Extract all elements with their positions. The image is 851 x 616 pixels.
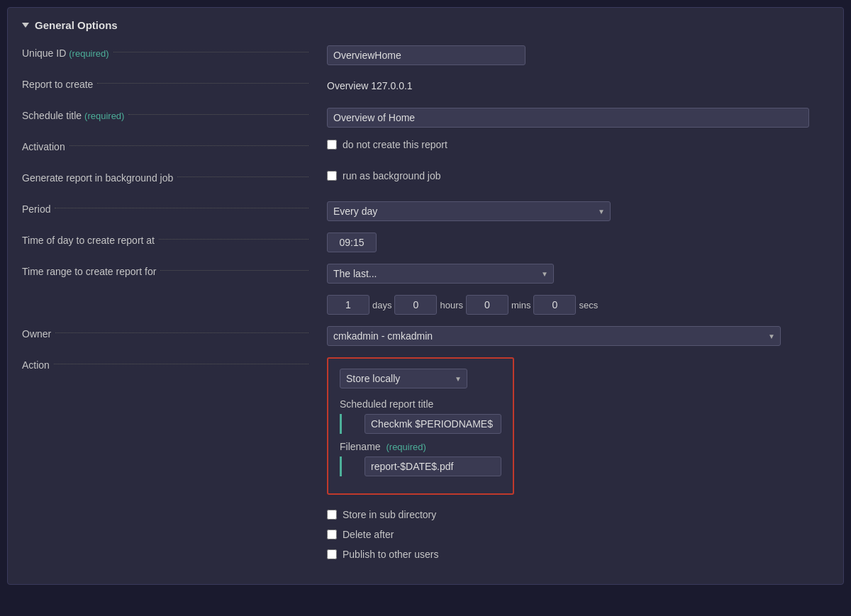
hours-input[interactable] xyxy=(394,295,437,315)
publish-to-other-users-label: Publish to other users xyxy=(343,549,438,560)
background-job-checkbox[interactable] xyxy=(327,171,337,181)
report-to-create-label-col: Report to create xyxy=(22,75,327,90)
action-select[interactable]: Store locally Email FTP xyxy=(340,369,467,388)
secs-input[interactable] xyxy=(533,295,576,315)
activation-dots xyxy=(69,145,308,146)
period-select[interactable]: Every day Every week Every month Every y… xyxy=(327,201,611,221)
report-to-create-label: Report to create xyxy=(22,79,93,90)
scheduled-report-title-row: Scheduled report title xyxy=(340,398,501,434)
background-job-row: Generate report in background job run as… xyxy=(22,169,829,190)
action-label-col: Action xyxy=(22,356,327,371)
unique-id-label: Unique ID xyxy=(22,47,66,59)
schedule-title-row: Schedule title (required) xyxy=(22,106,829,128)
panel-header: General Options xyxy=(22,19,829,31)
schedule-title-value-col xyxy=(327,106,829,128)
delete-after-row: Delete after xyxy=(327,529,438,540)
report-to-create-value: Overview 127.0.0.1 xyxy=(327,77,413,91)
activation-value-col: do not create this report xyxy=(327,138,829,150)
collapse-icon[interactable] xyxy=(22,23,29,28)
filename-label: Filename xyxy=(340,441,381,452)
unique-id-input[interactable] xyxy=(327,45,525,65)
time-of-day-value-col xyxy=(327,231,829,252)
unique-id-value-col xyxy=(327,44,829,65)
time-range-select[interactable]: The last... Fixed time range Today This … xyxy=(327,264,554,284)
owner-select[interactable]: cmkadmin - cmkadmin xyxy=(327,326,781,346)
owner-select-wrapper: cmkadmin - cmkadmin xyxy=(327,326,781,346)
filename-input[interactable] xyxy=(365,457,501,476)
period-dots xyxy=(55,208,308,208)
schedule-title-input[interactable] xyxy=(327,108,809,128)
owner-label: Owner xyxy=(22,328,51,340)
time-range-label: Time range to create report for xyxy=(22,266,156,277)
background-job-checkbox-row: run as background job xyxy=(327,170,441,181)
scheduled-report-title-input-wrap xyxy=(340,414,501,434)
action-dropdown-row: Store locally Email FTP xyxy=(340,369,501,388)
schedule-title-required: (required) xyxy=(84,111,124,121)
unique-id-row: Unique ID (required) xyxy=(22,44,829,65)
background-job-dots xyxy=(177,177,308,177)
action-select-wrapper: Store locally Email FTP xyxy=(340,369,467,388)
store-in-sub-directory-checkbox[interactable] xyxy=(327,510,337,520)
publish-to-other-users-checkbox[interactable] xyxy=(327,549,337,559)
action-row: Action Store locally Email FTP xyxy=(22,356,829,560)
scheduled-report-title-input[interactable] xyxy=(365,414,501,434)
background-job-value-col: run as background job xyxy=(327,169,829,181)
delete-after-label: Delete after xyxy=(343,529,394,540)
period-row: Period Every day Every week Every month … xyxy=(22,200,829,221)
time-range-dots xyxy=(160,270,308,271)
report-to-create-value-col: Overview 127.0.0.1 xyxy=(327,75,829,91)
mins-input[interactable] xyxy=(466,295,508,315)
time-range-value-col: The last... Fixed time range Today This … xyxy=(327,262,829,315)
publish-to-other-users-row: Publish to other users xyxy=(327,549,438,560)
action-label: Action xyxy=(22,359,50,371)
secs-label: secs xyxy=(579,300,598,310)
activation-label: Activation xyxy=(22,141,65,152)
filename-label-row: Filename (required) xyxy=(340,441,501,452)
activation-checkbox[interactable] xyxy=(327,140,337,150)
time-of-day-dots xyxy=(159,239,308,240)
filename-input-wrap xyxy=(340,457,501,476)
time-of-day-label: Time of day to create report at xyxy=(22,235,155,246)
action-dots xyxy=(54,364,308,364)
delete-after-checkbox[interactable] xyxy=(327,530,337,539)
action-box: Store locally Email FTP Scheduled report… xyxy=(327,357,514,495)
schedule-title-label-col: Schedule title (required) xyxy=(22,106,327,121)
extra-checkboxes: Store in sub directory Delete after Publ… xyxy=(327,509,438,560)
scheduled-report-title-label: Scheduled report title xyxy=(340,398,501,410)
background-job-label: Generate report in background job xyxy=(22,172,173,184)
panel-title: General Options xyxy=(35,19,118,31)
activation-checkbox-row: do not create this report xyxy=(327,139,447,150)
owner-label-col: Owner xyxy=(22,325,327,340)
period-select-wrapper: Every day Every week Every month Every y… xyxy=(327,201,611,221)
unique-id-dots xyxy=(113,52,308,52)
report-to-create-row: Report to create Overview 127.0.0.1 xyxy=(22,75,829,96)
time-of-day-input[interactable] xyxy=(327,233,377,252)
time-range-select-wrapper: The last... Fixed time range Today This … xyxy=(327,264,554,284)
activation-checkbox-label: do not create this report xyxy=(343,139,447,150)
store-in-sub-directory-row: Store in sub directory xyxy=(327,509,438,520)
time-range-row: Time range to create report for The last… xyxy=(22,262,829,315)
schedule-title-dots xyxy=(128,114,308,115)
days-input[interactable] xyxy=(327,295,369,315)
time-of-day-label-col: Time of day to create report at xyxy=(22,231,327,246)
activation-label-col: Activation xyxy=(22,138,327,152)
action-value-col: Store locally Email FTP Scheduled report… xyxy=(327,356,829,560)
period-value-col: Every day Every week Every month Every y… xyxy=(327,200,829,221)
time-range-label-col: Time range to create report for xyxy=(22,262,327,277)
activation-row: Activation do not create this report xyxy=(22,138,829,159)
schedule-title-label: Schedule title xyxy=(22,110,82,121)
period-label-col: Period xyxy=(22,200,327,215)
hours-label: hours xyxy=(440,300,463,310)
background-job-label-col: Generate report in background job xyxy=(22,169,327,184)
mins-label: mins xyxy=(511,300,530,310)
store-in-sub-directory-label: Store in sub directory xyxy=(343,509,436,520)
owner-dots xyxy=(55,332,308,333)
background-job-checkbox-label: run as background job xyxy=(343,170,441,181)
unique-id-label-col: Unique ID (required) xyxy=(22,44,327,59)
owner-value-col: cmkadmin - cmkadmin xyxy=(327,325,829,346)
unique-id-required: (required) xyxy=(69,48,109,59)
filename-row: Filename (required) xyxy=(340,441,501,476)
days-label: days xyxy=(372,300,391,310)
report-to-create-dots xyxy=(97,83,308,84)
time-of-day-row: Time of day to create report at xyxy=(22,231,829,252)
